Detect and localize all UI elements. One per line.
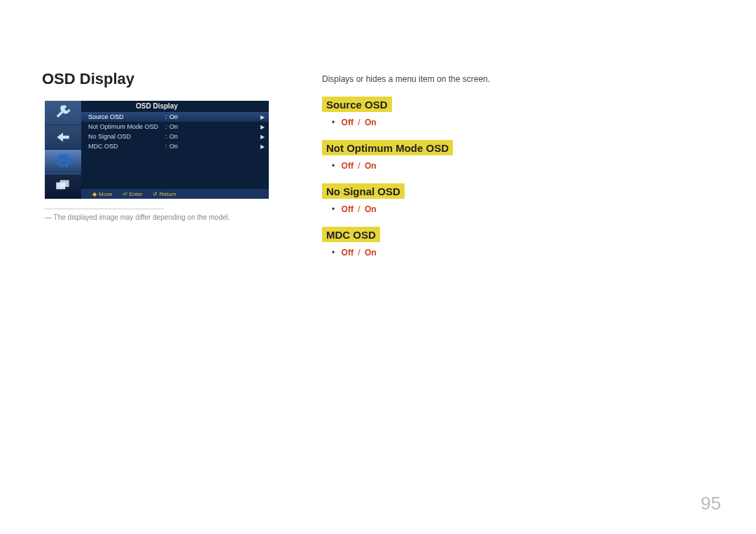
option-line: • Off / On (332, 204, 714, 214)
footer-return: Return (160, 191, 176, 197)
osd-row-val: On (169, 133, 260, 140)
section-source-osd: Source OSD • Off / On (322, 97, 714, 127)
osd-row: Source OSD : On ▶ (81, 112, 269, 122)
option-on: On (365, 204, 377, 214)
option-on: On (365, 161, 377, 171)
screens-icon (45, 174, 81, 199)
option-off: Off (342, 161, 354, 171)
footer-move: Move (99, 191, 113, 197)
option-off: Off (342, 248, 354, 258)
osd-row-val: On (169, 113, 260, 120)
chevron-right-icon: ▶ (260, 143, 265, 150)
svg-rect-1 (60, 180, 69, 187)
osd-row-label: No Signal OSD (88, 133, 165, 140)
osd-row: No Signal OSD : On ▶ (81, 132, 269, 141)
bullet-icon: • (332, 161, 335, 171)
bullet-icon: • (332, 118, 335, 127)
bullet-icon: • (332, 248, 335, 258)
option-line: • Off / On (332, 161, 714, 171)
osd-row-val: On (169, 143, 260, 150)
section-not-optimum-mode-osd: Not Optimum Mode OSD • Off / On (322, 140, 714, 171)
osd-sidebar (45, 101, 81, 199)
osd-row: MDC OSD : On ▶ (81, 141, 269, 151)
option-line: • Off / On (332, 248, 714, 258)
option-off: Off (342, 204, 354, 214)
arrow-icon (45, 125, 81, 150)
section-mdc-osd: MDC OSD • Off / On (322, 227, 714, 258)
return-icon: ↺ (153, 191, 158, 197)
osd-inner-title: OSD Display (45, 102, 269, 110)
section-no-signal-osd: No Signal OSD • Off / On (322, 183, 714, 214)
bullet-icon: • (332, 204, 335, 214)
osd-row-label: Source OSD (88, 113, 165, 120)
option-off: Off (342, 118, 354, 127)
divider (45, 209, 164, 209)
osd-row-val: On (169, 123, 260, 130)
gear-icon (45, 150, 81, 174)
osd-row-label: Not Optimum Mode OSD (88, 123, 165, 130)
chevron-right-icon: ▶ (260, 124, 265, 130)
page-number: 95 (701, 493, 721, 514)
intro-text: Displays or hides a menu item on the scr… (322, 74, 714, 84)
osd-row-label: MDC OSD (88, 143, 165, 150)
osd-row: Not Optimum Mode OSD : On ▶ (81, 122, 269, 132)
option-on: On (365, 118, 377, 127)
diamond-icon: ◆ (92, 191, 97, 197)
chevron-right-icon: ▶ (260, 114, 265, 120)
model-note: The displayed image may differ depending… (45, 213, 280, 221)
enter-icon: ⏎ (122, 191, 127, 197)
osd-footer: ◆Move ⏎Enter ↺Return (81, 189, 269, 199)
subheading: MDC OSD (322, 227, 380, 242)
footer-enter: Enter (130, 191, 143, 197)
page-heading: OSD Display (42, 70, 280, 88)
subheading: No Signal OSD (322, 183, 405, 199)
subheading: Source OSD (322, 97, 392, 112)
option-line: • Off / On (332, 118, 714, 127)
subheading: Not Optimum Mode OSD (322, 140, 453, 155)
osd-body: Source OSD : On ▶ Not Optimum Mode OSD :… (81, 101, 269, 199)
osd-screenshot: OSD Display Source OSD : (45, 101, 269, 199)
chevron-right-icon: ▶ (260, 134, 265, 140)
option-on: On (365, 248, 377, 258)
